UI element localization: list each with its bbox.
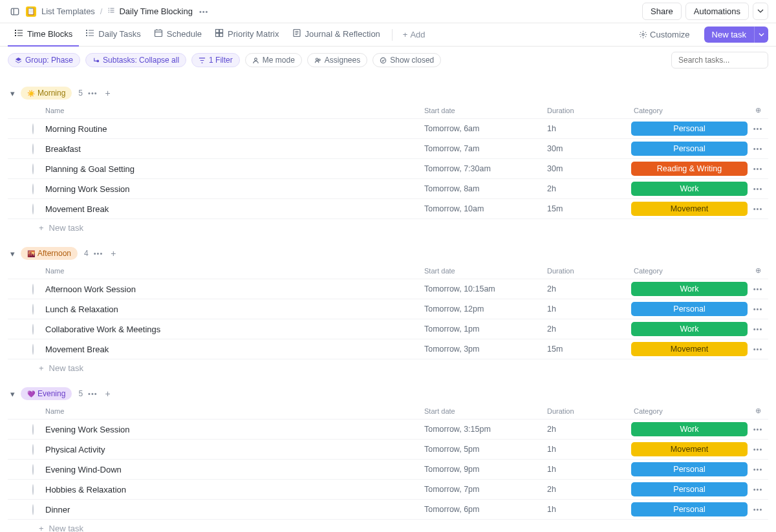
task-name[interactable]: Evening Wind-Down bbox=[45, 465, 424, 474]
search-input[interactable] bbox=[671, 52, 768, 69]
me-mode-pill[interactable]: Me mode bbox=[245, 53, 302, 67]
row-more-icon[interactable]: ••• bbox=[748, 305, 768, 313]
task-name[interactable]: Movement Break bbox=[45, 345, 424, 354]
row-more-icon[interactable]: ••• bbox=[748, 425, 768, 433]
col-duration[interactable]: Duration bbox=[547, 267, 631, 275]
task-duration[interactable]: 1h bbox=[547, 465, 631, 474]
tab-time-blocks[interactable]: Time Blocks bbox=[8, 23, 79, 47]
task-row[interactable]: Movement BreakTomorrow, 3pm15mMovement••… bbox=[8, 339, 768, 359]
task-row[interactable]: BreakfastTomorrow, 7am30mPersonal••• bbox=[8, 139, 768, 159]
task-row[interactable]: Morning RoutineTomorrow, 6am1hPersonal••… bbox=[8, 119, 768, 139]
col-duration[interactable]: Duration bbox=[547, 407, 631, 415]
group-add-icon[interactable]: + bbox=[103, 388, 113, 399]
category-pill[interactable]: Personal bbox=[631, 302, 748, 316]
add-column-icon[interactable]: ⊕ bbox=[748, 106, 768, 114]
col-name[interactable]: Name bbox=[45, 407, 424, 415]
group-add-icon[interactable]: + bbox=[108, 248, 118, 259]
task-name[interactable]: Hobbies & Relaxation bbox=[45, 485, 424, 495]
col-name[interactable]: Name bbox=[45, 107, 424, 114]
task-start-date[interactable]: Tomorrow, 6pm bbox=[424, 505, 547, 514]
category-pill[interactable]: Reading & Writing bbox=[631, 162, 748, 176]
category-pill[interactable]: Personal bbox=[631, 502, 748, 516]
task-name[interactable]: Planning & Goal Setting bbox=[45, 164, 424, 174]
task-start-date[interactable]: Tomorrow, 7pm bbox=[424, 485, 547, 494]
add-column-icon[interactable]: ⊕ bbox=[748, 407, 768, 415]
task-name[interactable]: Morning Work Session bbox=[45, 184, 424, 194]
task-name[interactable]: Afternoon Work Session bbox=[45, 284, 424, 294]
group-more-icon[interactable]: ••• bbox=[87, 390, 99, 398]
status-circle[interactable] bbox=[32, 164, 34, 175]
row-more-icon[interactable]: ••• bbox=[748, 325, 768, 333]
new-task-row[interactable]: +New task bbox=[8, 219, 768, 237]
collapse-caret-icon[interactable]: ▾ bbox=[8, 389, 17, 399]
category-pill[interactable]: Work bbox=[631, 182, 748, 196]
task-duration[interactable]: 2h bbox=[547, 184, 631, 193]
task-name[interactable]: Evening Work Session bbox=[45, 425, 424, 434]
category-pill[interactable]: Work bbox=[631, 282, 748, 296]
task-row[interactable]: Movement BreakTomorrow, 10am15mMovement•… bbox=[8, 199, 768, 219]
task-start-date[interactable]: Tomorrow, 3:15pm bbox=[424, 425, 547, 434]
col-category[interactable]: Category bbox=[631, 267, 748, 275]
category-pill[interactable]: Work bbox=[631, 422, 748, 436]
col-start[interactable]: Start date bbox=[424, 107, 547, 114]
task-start-date[interactable]: Tomorrow, 7am bbox=[424, 144, 547, 153]
task-name[interactable]: Breakfast bbox=[45, 144, 424, 154]
new-task-row[interactable]: +New task bbox=[8, 359, 768, 377]
phase-badge[interactable]: 💜Evening bbox=[21, 387, 72, 400]
category-pill[interactable]: Work bbox=[631, 322, 748, 336]
task-start-date[interactable]: Tomorrow, 10am bbox=[424, 204, 547, 213]
col-start[interactable]: Start date bbox=[424, 267, 547, 275]
col-name[interactable]: Name bbox=[45, 267, 424, 275]
task-duration[interactable]: 15m bbox=[547, 345, 631, 354]
task-duration[interactable]: 2h bbox=[547, 284, 631, 293]
category-pill[interactable]: Personal bbox=[631, 142, 748, 156]
row-more-icon[interactable]: ••• bbox=[748, 485, 768, 493]
status-circle[interactable] bbox=[32, 324, 34, 335]
row-more-icon[interactable]: ••• bbox=[748, 285, 768, 293]
task-name[interactable]: Collaborative Work & Meetings bbox=[45, 325, 424, 334]
task-start-date[interactable]: Tomorrow, 6am bbox=[424, 124, 547, 133]
task-start-date[interactable]: Tomorrow, 5pm bbox=[424, 445, 547, 454]
group-add-icon[interactable]: + bbox=[103, 88, 113, 98]
share-button[interactable]: Share bbox=[642, 3, 682, 20]
status-circle[interactable] bbox=[32, 344, 34, 355]
show-closed-pill[interactable]: Show closed bbox=[372, 53, 441, 67]
category-pill[interactable]: Personal bbox=[631, 462, 748, 476]
assignees-pill[interactable]: Assignees bbox=[307, 53, 367, 67]
breadcrumb-current[interactable]: Daily Time Blocking bbox=[107, 6, 192, 16]
task-duration[interactable]: 2h bbox=[547, 485, 631, 494]
task-row[interactable]: Afternoon Work SessionTomorrow, 10:15am2… bbox=[8, 279, 768, 299]
status-circle[interactable] bbox=[32, 424, 34, 435]
new-task-button[interactable]: New task bbox=[704, 27, 754, 43]
task-duration[interactable]: 1h bbox=[547, 304, 631, 314]
status-circle[interactable] bbox=[32, 144, 34, 154]
status-circle[interactable] bbox=[32, 304, 34, 315]
task-duration[interactable]: 1h bbox=[547, 445, 631, 454]
task-name[interactable]: Movement Break bbox=[45, 204, 424, 214]
status-circle[interactable] bbox=[32, 123, 34, 134]
tab-schedule[interactable]: Schedule bbox=[147, 23, 208, 47]
col-category[interactable]: Category bbox=[631, 107, 748, 114]
task-start-date[interactable]: Tomorrow, 1pm bbox=[424, 325, 547, 334]
title-more-icon[interactable]: ••• bbox=[198, 8, 210, 16]
row-more-icon[interactable]: ••• bbox=[748, 145, 768, 153]
task-duration[interactable]: 2h bbox=[547, 325, 631, 334]
col-duration[interactable]: Duration bbox=[547, 107, 631, 114]
category-pill[interactable]: Movement bbox=[631, 202, 748, 216]
task-row[interactable]: Lunch & RelaxationTomorrow, 12pm1hPerson… bbox=[8, 299, 768, 319]
row-more-icon[interactable]: ••• bbox=[748, 205, 768, 213]
task-start-date[interactable]: Tomorrow, 7:30am bbox=[424, 164, 547, 173]
task-start-date[interactable]: Tomorrow, 12pm bbox=[424, 304, 547, 314]
task-start-date[interactable]: Tomorrow, 9pm bbox=[424, 465, 547, 474]
task-row[interactable]: Evening Wind-DownTomorrow, 9pm1hPersonal… bbox=[8, 460, 768, 480]
status-circle[interactable] bbox=[32, 184, 34, 195]
category-pill[interactable]: Movement bbox=[631, 342, 748, 356]
group-more-icon[interactable]: ••• bbox=[92, 250, 105, 257]
top-more-button[interactable] bbox=[753, 3, 768, 20]
status-circle[interactable] bbox=[32, 464, 34, 475]
task-name[interactable]: Lunch & Relaxation bbox=[45, 304, 424, 314]
col-category[interactable]: Category bbox=[631, 407, 748, 415]
add-view-button[interactable]: + Add bbox=[398, 26, 431, 43]
row-more-icon[interactable]: ••• bbox=[748, 445, 768, 453]
status-circle[interactable] bbox=[32, 204, 34, 215]
